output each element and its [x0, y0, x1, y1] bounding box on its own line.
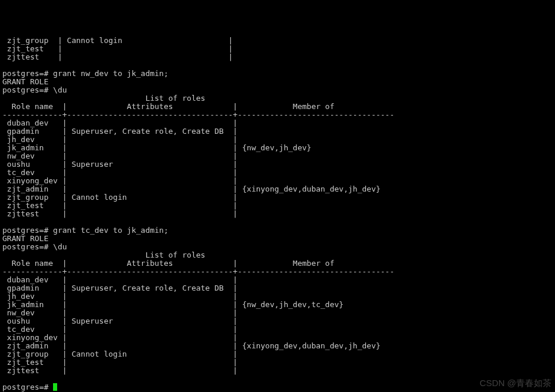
terminal-line: -------------+--------------------------…: [2, 268, 553, 276]
terminal-line: zjttest | |: [2, 367, 553, 375]
terminal-line: [2, 61, 553, 70]
terminal-line: GRANT ROLE: [2, 235, 553, 243]
terminal-line: gpadmin | Superuser, Create role, Create…: [2, 284, 553, 292]
terminal-line: postgres=# \du: [2, 243, 553, 251]
terminal-line: tc_dev | |: [2, 325, 553, 334]
terminal-line: [2, 218, 553, 226]
prompt-line[interactable]: postgres=#: [2, 383, 553, 391]
terminal-line: postgres=# grant nw_dev to jk_admin;: [2, 70, 553, 78]
terminal-line: duban_dev | |: [2, 119, 553, 127]
terminal-line: gpadmin | Superuser, Create role, Create…: [2, 127, 553, 136]
terminal-line: tc_dev | |: [2, 169, 553, 177]
terminal-line: zjt_admin | | {xinyong_dev,duban_dev,jh_…: [2, 185, 553, 193]
terminal-line: jk_admin | | {nw_dev,jh_dev,tc_dev}: [2, 301, 553, 309]
terminal-line: zjttest | |: [2, 210, 553, 218]
terminal-line: duban_dev | |: [2, 276, 553, 284]
terminal-line: jk_admin | | {nw_dev,jh_dev}: [2, 144, 553, 152]
terminal-line: zjt_test | |: [2, 358, 553, 367]
terminal-line: zjt_test | |: [2, 202, 553, 210]
terminal-line: -------------+--------------------------…: [2, 111, 553, 119]
terminal-line: List of roles: [2, 251, 553, 259]
terminal-line: oushu | Superuser |: [2, 317, 553, 325]
terminal-line: [2, 375, 553, 383]
terminal-line: GRANT ROLE: [2, 78, 553, 86]
terminal-line: postgres=# \du: [2, 86, 553, 94]
terminal-line: postgres=# grant tc_dev to jk_admin;: [2, 226, 553, 235]
terminal-line: zjttest | |: [2, 53, 553, 61]
terminal-line: jh_dev | |: [2, 292, 553, 301]
terminal-line: xinyong_dev | |: [2, 177, 553, 185]
terminal-output[interactable]: zjt_group | Cannot login | zjt_test | | …: [2, 37, 553, 391]
terminal-line: Role name | Attributes | Member of: [2, 259, 553, 268]
terminal-line: zjt_admin | | {xinyong_dev,duban_dev,jh_…: [2, 342, 553, 350]
terminal-line: Role name | Attributes | Member of: [2, 103, 553, 111]
terminal-line: nw_dev | |: [2, 152, 553, 160]
terminal-line: zjt_test | |: [2, 45, 553, 53]
terminal-line: zjt_group | Cannot login |: [2, 37, 553, 45]
terminal-line: zjt_group | Cannot login |: [2, 350, 553, 358]
terminal-line: List of roles: [2, 94, 553, 103]
terminal-line: zjt_group | Cannot login |: [2, 193, 553, 202]
terminal-line: jh_dev | |: [2, 136, 553, 144]
terminal-line: oushu | Superuser |: [2, 160, 553, 169]
cursor-block: [53, 383, 57, 391]
terminal-line: nw_dev | |: [2, 309, 553, 317]
terminal-line: xinyong_dev | |: [2, 334, 553, 342]
